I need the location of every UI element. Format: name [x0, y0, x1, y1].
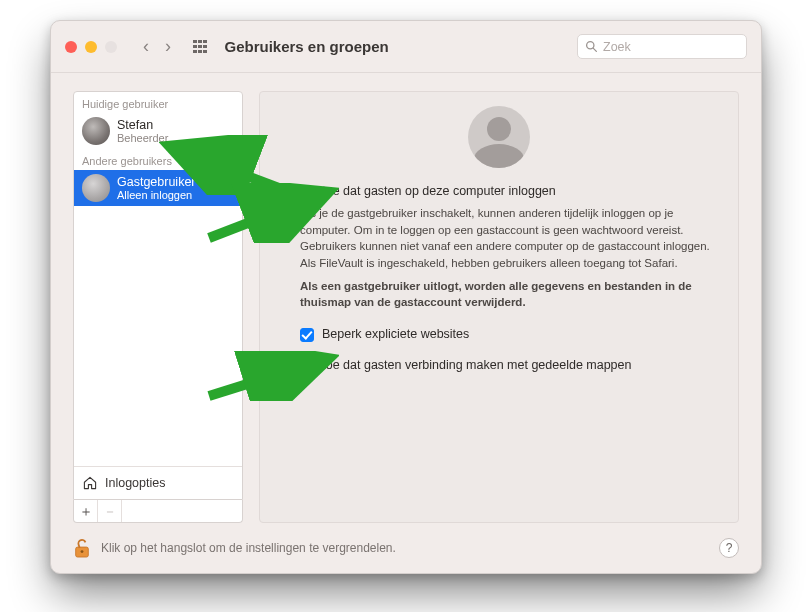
remove-user-button[interactable]: －	[98, 500, 122, 522]
nav-arrows: ‹ ›	[137, 34, 177, 59]
window-traffic-lights[interactable]	[65, 41, 117, 53]
user-row-current[interactable]: Stefan Beheerder	[74, 113, 242, 149]
avatar	[82, 174, 110, 202]
user-role: Alleen inloggen	[117, 189, 196, 201]
allow-guest-login-description: Als je de gastgebruiker inschakelt, kunn…	[300, 205, 720, 272]
house-icon	[82, 475, 98, 491]
guest-detail-pane: Sta toe dat gasten op deze computer inlo…	[259, 91, 739, 523]
allow-guest-login-row[interactable]: Sta toe dat gasten op deze computer inlo…	[278, 184, 720, 199]
svg-point-3	[81, 550, 84, 553]
login-options-label: Inlogopties	[105, 476, 165, 490]
user-name: Stefan	[117, 118, 168, 132]
lock-hint-text: Klik op het hangslot om de instellingen …	[101, 541, 396, 555]
user-role: Beheerder	[117, 132, 168, 144]
restrict-explicit-websites-checkbox[interactable]	[300, 328, 314, 342]
search-icon	[585, 40, 598, 53]
allow-guest-login-checkbox[interactable]	[278, 185, 292, 199]
window-title: Gebruikers en groepen	[225, 38, 389, 55]
search-field[interactable]	[577, 34, 747, 59]
forward-button[interactable]: ›	[159, 34, 177, 59]
allow-shared-folders-label: Sta toe dat gasten verbinding maken met …	[300, 358, 631, 372]
user-list: Huidige gebruiker Stefan Beheerder Ander…	[73, 91, 243, 500]
restrict-explicit-websites-row[interactable]: Beperk expliciete websites	[300, 327, 720, 342]
avatar	[82, 117, 110, 145]
restrict-explicit-websites-label: Beperk expliciete websites	[322, 327, 469, 341]
user-name: Gastgebruiker	[117, 175, 196, 189]
guest-avatar-icon[interactable]	[468, 106, 530, 168]
login-options-row[interactable]: Inlogopties	[74, 466, 242, 499]
allow-shared-folders-row[interactable]: Sta toe dat gasten verbinding maken met …	[278, 358, 720, 373]
svg-line-1	[593, 48, 596, 51]
preferences-window: ‹ › Gebruikers en groepen Huidige gebrui…	[50, 20, 762, 574]
toolbar: ‹ › Gebruikers en groepen	[51, 21, 761, 73]
help-button[interactable]: ?	[719, 538, 739, 558]
allow-guest-login-warning: Als een gastgebruiker uitlogt, worden al…	[300, 278, 720, 311]
section-current-user-label: Huidige gebruiker	[74, 92, 242, 113]
minimize-window-button[interactable]	[85, 41, 97, 53]
section-other-users-label: Andere gebruikers	[74, 149, 242, 170]
show-all-icon[interactable]	[193, 40, 207, 54]
footer: Klik op het hangslot om de instellingen …	[73, 523, 739, 559]
add-user-button[interactable]: ＋	[74, 500, 98, 522]
add-remove-bar: ＋ －	[73, 500, 243, 523]
unlocked-lock-icon[interactable]	[73, 537, 91, 559]
content-area: Huidige gebruiker Stefan Beheerder Ander…	[51, 73, 761, 573]
user-row-guest[interactable]: Gastgebruiker Alleen inloggen	[74, 170, 242, 206]
zoom-window-button[interactable]	[105, 41, 117, 53]
back-button[interactable]: ‹	[137, 34, 155, 59]
search-input[interactable]	[603, 40, 739, 54]
allow-guest-login-label: Sta toe dat gasten op deze computer inlo…	[300, 184, 556, 198]
allow-shared-folders-checkbox[interactable]	[278, 359, 292, 373]
close-window-button[interactable]	[65, 41, 77, 53]
users-sidebar: Huidige gebruiker Stefan Beheerder Ander…	[73, 91, 243, 523]
